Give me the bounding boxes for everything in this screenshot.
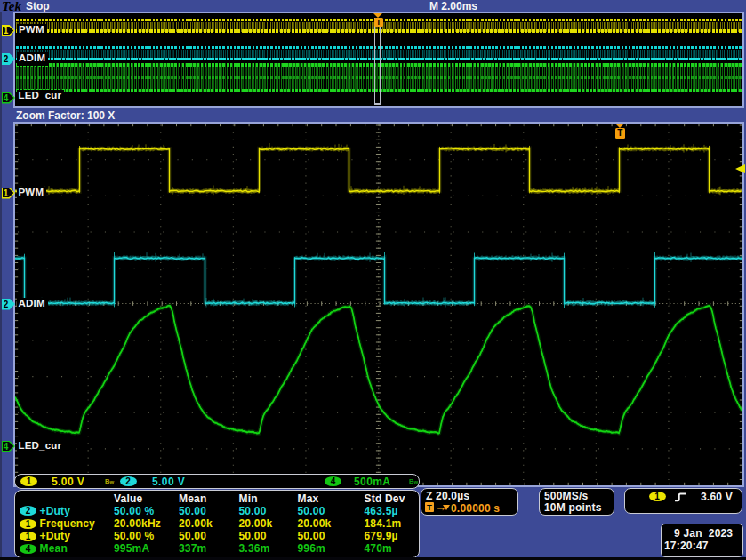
waveform-adim [15, 252, 742, 308]
readout-ch4-badge: 4 [325, 476, 341, 486]
zoom-channel-4-marker[interactable]: 4 [1, 441, 15, 452]
overview-channel-label-pwm: PWM [17, 24, 47, 37]
readout-ch2-badge: 2 [120, 476, 137, 486]
zoom-waveform-window [13, 122, 744, 487]
sample-rate-label: 500MS/s [544, 490, 588, 502]
date-label: 9 Jan 2023 [674, 527, 733, 540]
measurement-col-mean: Mean [179, 492, 206, 505]
acquisition-status-label: Stop [26, 0, 50, 12]
trace-core [15, 148, 742, 192]
measurement-value: 50.00 [239, 505, 267, 517]
main-timebase-label: M 2.00ms [429, 0, 477, 12]
overview-trigger-marker-icon: T [374, 18, 383, 27]
zoom-channel-label-pwm: PWM [17, 187, 47, 200]
measurement-value: 996m [298, 542, 326, 555]
zoom-region-bracket-right[interactable] [380, 18, 381, 105]
measurement-value: 679.9µ [365, 530, 398, 542]
trigger-position-marker-icon: T [615, 128, 625, 139]
overview-channel-1-marker[interactable]: 1 [1, 25, 15, 36]
zoom-position-marker-icon [443, 505, 450, 510]
measurement-value: 50.00 % [114, 530, 154, 542]
measurement-col-min: Min [239, 492, 258, 505]
left-bezel-strip [0, 12, 2, 557]
measurement-value: 463.5µ [365, 505, 398, 517]
readout-ch4-bandwidth-icon: Bw [409, 477, 418, 485]
channel-readout-bar: 15.00 VBw25.00 V4500mABw [14, 474, 420, 490]
measurement-ch2-badge: 2 [20, 506, 36, 516]
zoom-factor-label: Zoom Factor: 100 X [16, 109, 115, 122]
trigger-source-badge: 1 [649, 492, 666, 501]
measurement-value: 20.00k [298, 517, 332, 530]
measurement-col-max: Max [298, 492, 319, 505]
measurement-col-std-dev: Std Dev [365, 492, 405, 505]
measurement-value: 470m [365, 542, 393, 555]
zoom-channel-label-led_cur: LED_cur [17, 440, 65, 453]
measurement-value: 3.36m [239, 542, 270, 555]
measurement-value: 995mA [114, 542, 149, 555]
measurement-ch4-badge: 4 [20, 544, 36, 554]
zoom-channel-1-marker[interactable]: 1 [1, 188, 15, 199]
measurement-ch1-badge: 1 [20, 519, 36, 529]
measurement-col-value: Value [114, 492, 142, 505]
zoom-scale-box: Z 20.0µs T → 0.00000 s [421, 488, 518, 516]
trace-edge-spikes [80, 146, 710, 194]
overview-channel-4-marker[interactable]: 4 [1, 92, 15, 104]
zoom-channel-2-marker[interactable]: 2 [1, 299, 15, 310]
measurements-panel: ValueMeanMinMaxStd Dev2+Duty50.00 %50.00… [14, 490, 420, 558]
measurement-name: Frequency [40, 517, 96, 530]
oscilloscope-screen: Tek Stop M 2.00ms T Zoom Factor: 100 X T… [0, 0, 746, 560]
measurement-value: 50.00 [298, 530, 325, 542]
zoom-position-value: 0.00000 s [451, 502, 500, 515]
trigger-slope-icon [674, 492, 686, 502]
measurement-name: Mean [40, 542, 68, 555]
measurement-ch1-badge: 1 [20, 532, 36, 541]
overview-channel-2-marker[interactable]: 2 [1, 53, 15, 65]
trace-glow [15, 148, 742, 192]
measurement-value: 50.00 % [114, 505, 154, 517]
measurement-value: 50.00 [179, 530, 206, 542]
readout-ch1-bandwidth-icon: Bw [105, 477, 114, 485]
measurement-value: 184.1m [365, 517, 402, 530]
trigger-level-label: 3.60 V [701, 491, 733, 503]
time-label: 17:20:47 [664, 540, 709, 552]
readout-ch1-scale: 5.00 V [52, 476, 84, 488]
datetime-box: 9 Jan 2023 17:20:47 [661, 524, 743, 557]
measurement-value: 20.00kHz [114, 517, 161, 530]
readout-ch2-scale: 5.00 V [152, 476, 185, 488]
zoom-region-bracket-left[interactable] [374, 18, 376, 105]
trigger-box: 1 3.60 V [624, 488, 742, 514]
measurement-value: 337m [179, 542, 207, 555]
trigger-level-arrow-tail [742, 167, 745, 171]
measurement-value: 50.00 [179, 505, 206, 517]
measurement-value: 50.00 [298, 505, 325, 517]
readout-ch4-scale: 500mA [354, 476, 390, 488]
zoom-channel-label-adim: ADIM [17, 298, 48, 311]
measurement-name: +Duty [40, 505, 71, 517]
zoom-scale-label: Z 20.0µs [426, 490, 469, 502]
record-length-label: 10M points [544, 501, 602, 514]
waveform-plot [15, 124, 742, 485]
acquisition-box: 500MS/s 10M points [539, 488, 614, 516]
readout-ch1-badge: 1 [20, 476, 37, 486]
measurement-value: 20.00k [239, 517, 273, 530]
zoom-region-bracket-bottom [374, 103, 381, 105]
measurement-name: +Duty [40, 530, 71, 542]
zoom-trigger-icon: T [425, 502, 434, 512]
overview-channel-label-adim: ADIM [17, 52, 48, 66]
measurement-value: 20.00k [179, 517, 213, 530]
measurement-value: 50.00 [239, 530, 267, 542]
overview-channel-label-led_cur: LED_cur [17, 90, 65, 103]
rising-edge-glyph [675, 493, 686, 500]
